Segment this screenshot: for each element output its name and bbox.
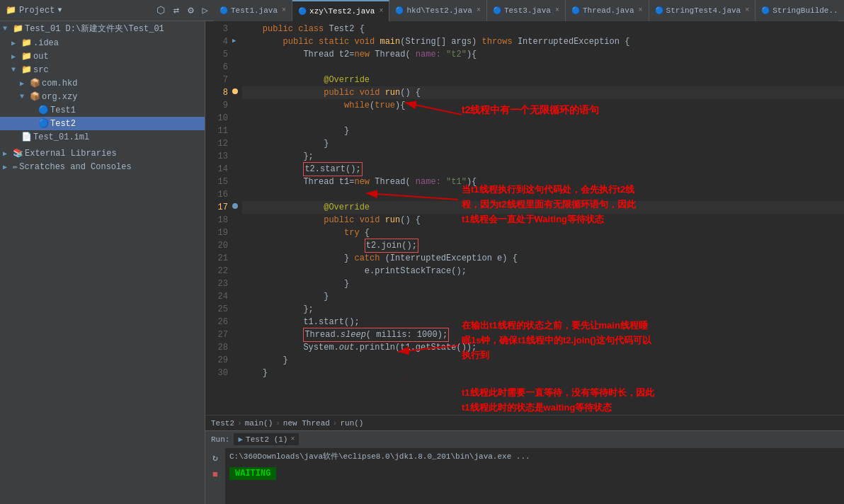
console-content: C:\360Downloads\java软件\eclipse8.0\jdk1.8…	[225, 448, 844, 504]
line-num: 16	[205, 188, 228, 201]
folder-icon: 📁	[21, 38, 32, 48]
sidebar-item-com-hkd[interactable]: ▶ 📦 com.hkd	[0, 76, 205, 90]
code-line-16	[242, 188, 844, 201]
line-num: 19	[205, 227, 228, 239]
code-container[interactable]: 3 4 5 6 7 8 9 10 11 12 13 14 15 16 17 18…	[205, 21, 844, 415]
code-lines: public class Test2 { public static void …	[242, 21, 844, 415]
line-num: 9	[205, 99, 228, 112]
tree-arrow-icon: ▶	[11, 39, 20, 47]
sidebar-item-label: Test_01 D:\新建文件夹\Test_01	[25, 23, 164, 35]
breadcrumb-new-thread: new Thread	[283, 419, 330, 428]
console-path: C:\360Downloads\java软件\eclipse8.0\jdk1.8…	[229, 452, 530, 461]
line-num: 15	[205, 176, 228, 188]
sidebar-item-project[interactable]: ▼ 📁 Test_01 D:\新建文件夹\Test_01	[0, 21, 205, 36]
folder-icon: 📁	[21, 51, 32, 62]
sidebar-item-label: src	[33, 65, 49, 75]
tree-arrow-icon: ▶	[20, 79, 28, 88]
tab-file-icon: 🔵	[655, 6, 663, 15]
tab-close-icon[interactable]: ×	[282, 6, 286, 14]
rerun-icon[interactable]: ↻	[211, 451, 219, 465]
tab-test1-java[interactable]: 🔵 Test1.java ×	[214, 0, 292, 21]
line-num: 24	[205, 290, 228, 303]
breadcrumb-run: run()	[340, 419, 363, 428]
tab-thread-java[interactable]: 🔵 Thread.java ×	[566, 0, 649, 21]
tree-arrow-icon: ▶	[3, 163, 11, 171]
run-tab-label: Test2 (1)	[246, 435, 287, 444]
breadcrumb-sep: ›	[275, 419, 280, 428]
tree-arrow-icon: ▼	[11, 66, 20, 74]
breadcrumb-sep: ›	[237, 419, 242, 428]
stop-icon[interactable]: ■	[211, 468, 219, 481]
tree-arrow-icon: ▼	[20, 93, 28, 101]
tab-close-icon[interactable]: ×	[745, 6, 749, 14]
sidebar-item-org-xzy[interactable]: ▼ 📦 org.xzy	[0, 90, 205, 103]
run-tab[interactable]: ▶ Test2 (1) ×	[234, 433, 299, 445]
tab-test3-java[interactable]: 🔵 Test3.java ×	[487, 0, 566, 21]
tab-close-icon[interactable]: ×	[639, 6, 643, 14]
line-num: 10	[205, 112, 228, 125]
code-line-10	[242, 112, 844, 125]
code-line-4: public static void main(String[] args) t…	[242, 35, 844, 48]
line-num: 5	[205, 48, 228, 61]
line-num: 6	[205, 61, 228, 74]
tab-close-icon[interactable]: ×	[555, 6, 559, 14]
line-num: 11	[205, 125, 228, 137]
sidebar-item-label: .idea	[33, 38, 59, 48]
sidebar-item-idea[interactable]: ▶ 📁 .idea	[0, 36, 205, 50]
gutter: ▶	[232, 21, 242, 415]
tab-close-icon[interactable]: ×	[477, 6, 481, 14]
tab-stringbuilder-java[interactable]: 🔵 StringBuilde... ×	[755, 0, 838, 21]
sidebar: ▼ 📁 Test_01 D:\新建文件夹\Test_01 ▶ 📁 .idea ▶…	[0, 21, 205, 504]
code-line-27: Thread.sleep( millis: 1000);	[242, 328, 844, 341]
run-tab-close-icon[interactable]: ×	[290, 435, 295, 443]
sidebar-item-test1[interactable]: 🔵 Test1	[0, 103, 205, 117]
sidebar-item-iml[interactable]: 📄 Test_01.iml	[0, 130, 205, 144]
tab-label: StringTest4.java	[666, 6, 741, 15]
library-icon: 📚	[13, 148, 23, 159]
file-icon: 📄	[21, 132, 32, 142]
code-line-8: public void run() {	[242, 86, 844, 99]
sidebar-item-scratches[interactable]: ▶ ✏ Scratches and Consoles	[0, 160, 205, 173]
tab-hkd-test2-java[interactable]: 🔵 hkd\Test2.java ×	[389, 0, 486, 21]
line-num: 21	[205, 252, 228, 265]
nav-icon-2[interactable]: ⇄	[171, 3, 182, 18]
tab-close-icon[interactable]: ×	[379, 7, 383, 15]
tab-xzy-test2-java[interactable]: 🔵 xzy\Test2.java ×	[292, 0, 389, 21]
sidebar-item-test2[interactable]: 🔵 Test2	[0, 117, 205, 130]
sidebar-item-src[interactable]: ▼ 📁 src	[0, 63, 205, 76]
breadcrumb-class: Test2	[211, 419, 234, 428]
code-line-12: }	[242, 137, 844, 150]
line-num: 13	[205, 150, 228, 163]
scratch-icon: ✏	[13, 161, 18, 172]
code-line-13: };	[242, 150, 844, 163]
console-status-line: WAITING	[229, 464, 840, 480]
sidebar-item-external-libraries[interactable]: ▶ 📚 External Libraries	[0, 147, 205, 160]
top-bar: 📁 Project ▼ ⬡ ⇄ ⚙ ▷ 🔵 Test1.java × 🔵 xzy…	[0, 0, 844, 21]
line-num: 18	[205, 214, 228, 227]
breadcrumb-sep: ›	[333, 419, 338, 428]
tab-label: xzy\Test2.java	[309, 7, 375, 16]
tab-label: Test1.java	[231, 6, 278, 15]
tabs-bar: 🔵 Test1.java × 🔵 xzy\Test2.java × 🔵 hkd\…	[214, 0, 838, 21]
console-area: ↻ ■ C:\360Downloads\java软件\eclipse8.0\jd…	[205, 447, 844, 504]
project-folder-icon: 📁	[6, 5, 16, 16]
waiting-status-badge: WAITING	[229, 467, 276, 480]
tab-file-icon: 🔵	[571, 6, 580, 15]
class-icon: 🔵	[38, 118, 49, 129]
sidebar-item-label: com.hkd	[42, 79, 77, 88]
code-line-11: }	[242, 125, 844, 137]
code-line-28: System.out.println(t1.getState());	[242, 341, 844, 354]
dropdown-icon[interactable]: ▼	[57, 6, 62, 14]
sidebar-item-out[interactable]: ▶ 📁 out	[0, 50, 205, 63]
play-icon[interactable]: ▷	[200, 3, 211, 18]
settings-icon[interactable]: ⚙	[185, 3, 196, 18]
line-num: 27	[205, 328, 228, 341]
folder-icon: 📁	[21, 64, 32, 75]
code-line-5: Thread t2=new Thread( name: "t2"){	[242, 48, 844, 61]
code-line-19: try {	[242, 227, 844, 239]
package-icon: 📦	[30, 91, 40, 102]
breadcrumb-method: main()	[245, 419, 273, 428]
nav-icon-1[interactable]: ⬡	[154, 3, 168, 18]
code-line-21: } catch (InterruptedException e) {	[242, 252, 844, 265]
tab-stringtest4-java[interactable]: 🔵 StringTest4.java ×	[649, 0, 756, 21]
